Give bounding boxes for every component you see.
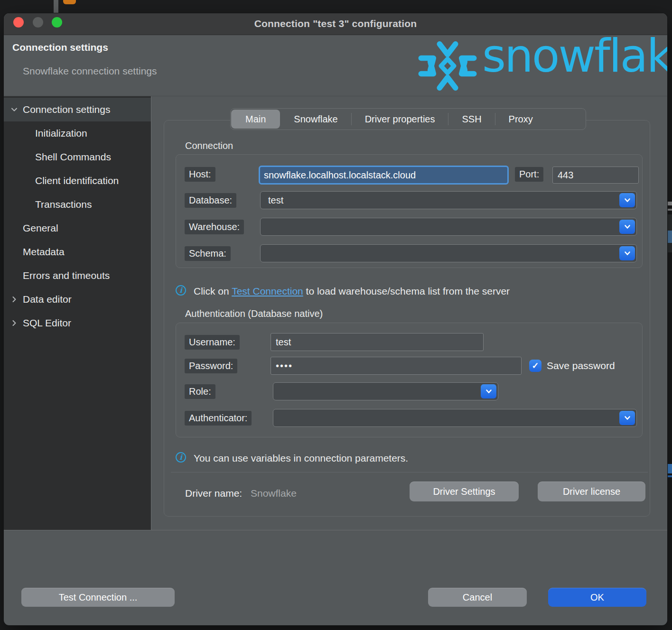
schema-label: Schema: <box>185 246 231 261</box>
close-button[interactable] <box>13 17 24 28</box>
title-bar[interactable]: Connection "test 3" configuration <box>4 13 667 35</box>
settings-tree: Connection settings Initialization Shell… <box>4 96 151 530</box>
tab-snowflake[interactable]: Snowflake <box>281 110 350 129</box>
role-dropdown-button[interactable] <box>481 384 496 398</box>
warehouse-label: Warehouse: <box>185 220 244 234</box>
chevron-down-icon <box>485 388 493 395</box>
snowflake-wordmark: snowflake <box>482 35 667 83</box>
tree-item-general[interactable]: General <box>4 216 151 240</box>
port-input[interactable] <box>552 167 639 184</box>
tab-separator <box>495 113 495 125</box>
variables-hint: You can use variables in connection para… <box>194 453 408 464</box>
username-input[interactable] <box>271 333 484 351</box>
background-edge-artifact <box>667 475 672 477</box>
snowflake-mark-icon <box>418 36 477 96</box>
warehouse-dropdown-button[interactable] <box>619 220 635 234</box>
tree-item-connection-settings[interactable]: Connection settings <box>4 98 151 121</box>
tree-item-metadata[interactable]: Metadata <box>4 240 151 264</box>
tree-item-errors-and-timeouts[interactable]: Errors and timeouts <box>4 264 151 287</box>
connection-group-label: Connection <box>185 140 233 151</box>
test-connection-button[interactable]: Test Connection ... <box>21 588 175 607</box>
snowflake-logo: snowflake <box>418 35 667 96</box>
window-title: Connection "test 3" configuration <box>4 18 667 29</box>
background-app-icon <box>63 0 76 4</box>
background-edge-artifact <box>667 202 672 205</box>
minimize-button[interactable] <box>33 17 43 28</box>
tab-separator <box>448 113 448 125</box>
background-edge-artifact <box>667 464 672 473</box>
database-combo[interactable]: test <box>260 191 637 209</box>
page-title: Connection settings <box>12 42 108 53</box>
test-connection-link[interactable]: Test Connection <box>232 286 303 296</box>
role-combo[interactable] <box>273 382 498 400</box>
database-value: test <box>268 195 283 206</box>
host-input[interactable] <box>259 166 509 185</box>
chevron-down-icon <box>624 250 631 257</box>
chevron-down-icon <box>624 223 631 231</box>
schema-dropdown-button[interactable] <box>619 246 635 260</box>
ok-button[interactable]: OK <box>548 588 646 607</box>
connection-configuration-dialog: Connection "test 3" configuration Connec… <box>4 13 667 625</box>
tree-item-data-editor[interactable]: Data editor <box>4 287 151 311</box>
tree-item-transactions[interactable]: Transactions <box>4 193 151 216</box>
tree-item-sql-editor[interactable]: SQL Editor <box>4 311 151 335</box>
driver-name-label: Driver name: <box>185 488 242 499</box>
chevron-right-icon[interactable] <box>9 318 19 328</box>
background-edge-artifact <box>667 231 672 243</box>
role-label: Role: <box>185 384 215 399</box>
tab-ssh[interactable]: SSH <box>449 110 494 129</box>
username-label: Username: <box>185 335 240 350</box>
hint-suffix: to load warehouse/schema list from the s… <box>303 286 510 296</box>
authenticator-label: Authenticator: <box>185 411 252 426</box>
host-label: Host: <box>185 167 215 182</box>
driver-license-button[interactable]: Driver license <box>538 482 645 501</box>
tab-bar: Main Snowflake Driver properties SSH Pro… <box>230 108 586 130</box>
chevron-right-icon[interactable] <box>9 295 19 304</box>
tree-item-shell-commands[interactable]: Shell Commands <box>4 145 151 169</box>
tab-driver-properties[interactable]: Driver properties <box>352 110 448 129</box>
test-connection-hint: Click on Test Connection to load warehou… <box>194 286 510 297</box>
hint-prefix: Click on <box>194 286 232 296</box>
driver-name-value: Snowflake <box>251 488 297 499</box>
page-subtitle: Snowflake connection settings <box>23 65 157 77</box>
save-password-checkbox[interactable]: ✓ <box>529 360 541 372</box>
chevron-down-icon <box>624 196 631 204</box>
port-label: Port: <box>515 167 543 182</box>
schema-combo[interactable] <box>260 244 637 262</box>
tab-main[interactable]: Main <box>231 110 280 129</box>
driver-divider <box>171 472 648 472</box>
zoom-button[interactable] <box>52 17 62 28</box>
tab-separator <box>351 113 352 125</box>
tree-item-client-identification[interactable]: Client identification <box>4 169 151 193</box>
authenticator-dropdown-button[interactable] <box>619 411 635 425</box>
info-icon: i <box>176 452 186 463</box>
authenticator-combo[interactable] <box>273 409 637 427</box>
footer-divider <box>4 530 667 530</box>
password-label: Password: <box>185 359 237 373</box>
password-input[interactable] <box>271 357 522 375</box>
cancel-button[interactable]: Cancel <box>428 588 527 607</box>
chevron-down-icon <box>624 414 631 422</box>
background-app-strip <box>54 0 58 13</box>
chevron-down-icon[interactable] <box>9 105 19 114</box>
warehouse-combo[interactable] <box>260 218 637 236</box>
authentication-group-label: Authentication (Database native) <box>185 308 323 319</box>
background-edge-artifact <box>667 209 672 211</box>
database-dropdown-button[interactable] <box>619 193 635 207</box>
tree-item-initialization[interactable]: Initialization <box>4 121 151 145</box>
save-password-label: Save password <box>547 360 615 371</box>
database-label: Database: <box>185 193 236 208</box>
driver-settings-button[interactable]: Driver Settings <box>410 482 519 501</box>
info-icon: i <box>176 285 186 296</box>
tab-proxy[interactable]: Proxy <box>496 110 546 129</box>
checkmark-icon: ✓ <box>532 361 539 371</box>
